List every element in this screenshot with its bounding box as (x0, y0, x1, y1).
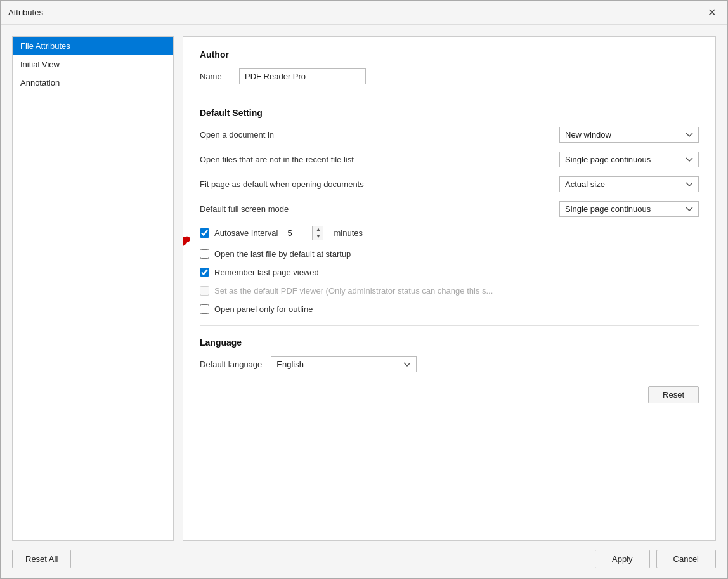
language-section-title: Language (200, 337, 699, 348)
dialog-title: Attributes (8, 8, 43, 17)
open-last-file-row: Open the last file by default at startup (200, 249, 699, 259)
svg-rect-2 (183, 236, 191, 244)
sidebar-item-annotation[interactable]: Annotation (13, 74, 173, 92)
remember-last-page-checkbox[interactable] (200, 268, 209, 277)
autosave-label: Autosave Interval (214, 228, 278, 238)
open-document-select[interactable]: New window Existing window (559, 127, 699, 143)
open-files-select[interactable]: Single page continuous Single page Two p… (559, 152, 699, 167)
open-files-label: Open files that are not in the recent fi… (200, 155, 559, 164)
footer: Reset All Apply Cancel (1, 541, 727, 578)
author-name-label: Name (200, 72, 231, 81)
close-button[interactable]: ✕ (703, 4, 720, 21)
default-language-select[interactable]: English Chinese (Simplified) Chinese (Tr… (271, 356, 417, 372)
autosave-checkbox[interactable] (200, 228, 209, 238)
open-panel-row: Open panel only for outline (200, 304, 699, 314)
sidebar: File Attributes Initial View Annotation (12, 36, 174, 541)
author-section-title: Author (200, 49, 699, 60)
divider-2 (200, 325, 699, 326)
set-default-viewer-checkbox[interactable] (200, 286, 209, 296)
sidebar-item-initial-view[interactable]: Initial View (13, 55, 173, 74)
reset-inner-button[interactable]: Reset (648, 386, 699, 403)
title-bar: Attributes ✕ (1, 1, 727, 25)
open-last-file-checkbox[interactable] (200, 249, 209, 259)
content-panel: Author Name Default Setting Open a docum… (183, 36, 716, 541)
set-default-viewer-label: Set as the default PDF viewer (Only admi… (214, 286, 493, 296)
dialog-body: File Attributes Initial View Annotation … (1, 25, 727, 541)
attributes-dialog: Attributes ✕ File Attributes Initial Vie… (0, 0, 728, 579)
spinbox-down-button[interactable]: ▼ (313, 233, 323, 240)
fit-page-row: Fit page as default when opening documen… (200, 176, 699, 192)
open-document-label: Open a document in (200, 130, 559, 140)
open-document-row: Open a document in New window Existing w… (200, 127, 699, 143)
autosave-value-input[interactable] (283, 226, 312, 240)
language-row: Default language English Chinese (Simpli… (200, 356, 699, 372)
open-files-row: Open files that are not in the recent fi… (200, 152, 699, 167)
sidebar-item-file-attributes[interactable]: File Attributes (13, 37, 173, 55)
reset-all-button[interactable]: Reset All (12, 550, 71, 568)
fit-page-select[interactable]: Actual size Fit page Fit width Fit heigh… (559, 176, 699, 192)
apply-button[interactable]: Apply (595, 550, 650, 568)
open-panel-checkbox[interactable] (200, 304, 209, 314)
author-row: Name (200, 68, 699, 84)
full-screen-row: Default full screen mode Single page con… (200, 201, 699, 217)
default-language-label: Default language (200, 360, 262, 369)
full-screen-select[interactable]: Single page continuous Single page Two p… (559, 201, 699, 217)
default-setting-title: Default Setting (200, 108, 699, 118)
autosave-row: Autosave Interval ▲ ▼ minutes (200, 226, 699, 240)
footer-right: Apply Cancel (595, 550, 716, 568)
footer-left: Reset All (12, 550, 71, 568)
full-screen-label: Default full screen mode (200, 204, 559, 214)
pointer-annotation (183, 219, 195, 264)
set-default-viewer-row: Set as the default PDF viewer (Only admi… (200, 286, 699, 296)
reset-inner-row: Reset (200, 386, 699, 403)
remember-last-page-label: Remember last page viewed (214, 268, 319, 277)
fit-page-label: Fit page as default when opening documen… (200, 179, 559, 189)
open-last-file-label: Open the last file by default at startup (214, 249, 351, 259)
autosave-unit: minutes (334, 228, 363, 238)
author-name-input[interactable] (239, 68, 366, 84)
open-panel-label: Open panel only for outline (214, 304, 313, 314)
cancel-button[interactable]: Cancel (656, 550, 716, 568)
remember-last-page-row: Remember last page viewed (200, 268, 699, 277)
spinbox-buttons: ▲ ▼ (312, 226, 323, 240)
svg-point-1 (183, 235, 189, 249)
divider-1 (200, 96, 699, 96)
spinbox-up-button[interactable]: ▲ (313, 226, 323, 233)
autosave-spinbox[interactable]: ▲ ▼ (283, 226, 328, 240)
